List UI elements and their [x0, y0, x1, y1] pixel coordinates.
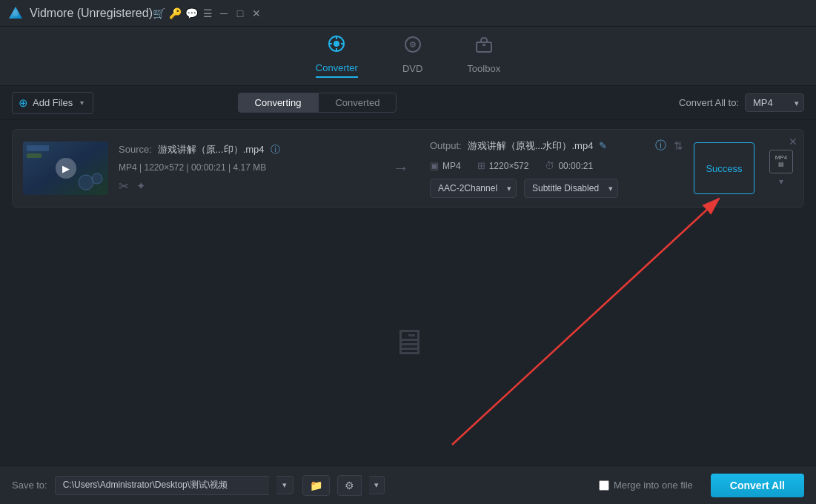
- empty-area: 🖥: [12, 208, 804, 461]
- file-meta: MP4 | 1220×572 | 00:00:21 | 4.17 MB: [119, 162, 372, 173]
- output-name: 游戏讲解（原视...水印）.mp4: [468, 139, 594, 153]
- converting-pill[interactable]: Converting: [238, 93, 319, 113]
- toolbar: ⊕ Add Files ▾ Converting Converted Conve…: [0, 86, 816, 120]
- svg-point-1: [13, 10, 19, 16]
- converter-icon: [327, 34, 346, 58]
- convert-all-to-label: Convert All to:: [679, 97, 739, 108]
- svg-point-17: [79, 175, 93, 190]
- video-thumbnail[interactable]: ▶: [23, 142, 108, 195]
- convert-all-to: Convert All to: MP4 MKV AVI MOV: [679, 93, 804, 112]
- file-info-top: Source: 游戏讲解（原...印）.mp4 ⓘ: [119, 143, 372, 156]
- clock-icon: ⏱: [545, 160, 554, 171]
- svg-point-10: [411, 44, 413, 45]
- format-dropdown-icon[interactable]: ▾: [779, 176, 783, 187]
- chat-icon[interactable]: 💬: [185, 7, 197, 19]
- format-meta: ▣ MP4: [430, 160, 461, 171]
- add-files-dropdown-icon: ▾: [80, 99, 84, 107]
- success-badge[interactable]: Success: [694, 142, 754, 194]
- merge-into-one: Merge into one file: [599, 480, 693, 491]
- app-logo: [7, 5, 24, 21]
- tab-converter-label: Converter: [316, 62, 358, 73]
- source-info-icon[interactable]: ⓘ: [271, 143, 280, 156]
- output-icons: ⓘ ⇅: [655, 139, 683, 153]
- output-label: Output:: [430, 140, 462, 151]
- key-icon[interactable]: 🔑: [169, 7, 181, 19]
- save-path-input[interactable]: [55, 476, 270, 495]
- info-circle-icon[interactable]: ⓘ: [655, 139, 666, 153]
- row-close-button[interactable]: ✕: [789, 136, 797, 147]
- open-folder-button[interactable]: 📁: [302, 475, 330, 496]
- tab-toolbox-label: Toolbox: [467, 63, 500, 74]
- output-section: Output: 游戏讲解（原视...水印）.mp4 ✎ ⓘ ⇅ ▣ MP4 ⊞ …: [430, 139, 683, 198]
- svg-point-18: [92, 173, 102, 184]
- svg-rect-11: [477, 42, 491, 52]
- settings-dropdown-button[interactable]: ▾: [369, 476, 385, 494]
- resolution-meta: ⊞ 1220×572: [477, 160, 529, 171]
- convert-format-select[interactable]: MP4 MKV AVI MOV: [745, 93, 804, 112]
- file-row: ▶ Source: 游戏讲解（原...印）.mp4 ⓘ MP4 | 1220×5…: [12, 129, 804, 208]
- maximize-button[interactable]: □: [234, 7, 246, 19]
- format-select-wrapper: MP4 MKV AVI MOV: [745, 93, 804, 112]
- tab-dvd-label: DVD: [402, 63, 422, 74]
- tab-pills: Converting Converted: [238, 93, 397, 113]
- nav-bar: Converter DVD Toolbox: [0, 27, 816, 86]
- title-bar: Vidmore (Unregistered) 🛒 🔑 💬 ☰ ─ □ ✕: [0, 0, 816, 27]
- source-name: 游戏讲解（原...印）.mp4: [158, 143, 265, 156]
- output-controls: AAC-2Channel AAC-Stereo Subtitle Disable…: [430, 179, 683, 198]
- effects-icon[interactable]: ✦: [136, 179, 146, 193]
- plus-icon: ⊕: [19, 96, 28, 110]
- audio-channel-wrapper: AAC-2Channel AAC-Stereo: [430, 179, 517, 198]
- output-format: MP4: [442, 161, 461, 171]
- merge-checkbox[interactable]: [599, 480, 609, 491]
- merge-label: Merge into one file: [614, 480, 693, 491]
- empty-monitor-icon: 🖥: [391, 322, 426, 362]
- output-top: Output: 游戏讲解（原视...水印）.mp4 ✎ ⓘ ⇅: [430, 139, 683, 153]
- output-meta: ▣ MP4 ⊞ 1220×572 ⏱ 00:00:21: [430, 160, 683, 171]
- window-controls: 🛒 🔑 💬 ☰ ─ □ ✕: [153, 7, 262, 19]
- swap-icon[interactable]: ⇅: [674, 139, 683, 153]
- tab-toolbox[interactable]: Toolbox: [467, 35, 500, 77]
- output-resolution: 1220×572: [489, 161, 529, 171]
- svg-point-3: [334, 41, 339, 47]
- save-to-label: Save to:: [12, 480, 47, 491]
- tab-converter[interactable]: Converter: [316, 34, 358, 78]
- cart-icon[interactable]: 🛒: [153, 7, 165, 19]
- close-button[interactable]: ✕: [251, 7, 262, 19]
- svg-rect-12: [482, 44, 485, 46]
- toolbox-icon: [474, 35, 494, 59]
- format-badge[interactable]: MP4▤: [769, 150, 793, 173]
- svg-rect-16: [27, 153, 42, 158]
- add-files-button[interactable]: ⊕ Add Files ▾: [12, 92, 93, 114]
- file-actions: ✂ ✦: [119, 179, 372, 194]
- edit-icon[interactable]: ✎: [599, 140, 607, 151]
- minimize-button[interactable]: ─: [218, 7, 230, 19]
- bottom-bar: Save to: ▾ 📁 ⚙ ▾ Merge into one file Con…: [0, 465, 816, 504]
- subtitle-select[interactable]: Subtitle Disabled Subtitle Enabled: [524, 179, 618, 198]
- output-duration: 00:00:21: [558, 161, 593, 171]
- subtitle-wrapper: Subtitle Disabled Subtitle Enabled: [524, 179, 618, 198]
- resolution-icon: ⊞: [477, 160, 485, 171]
- path-dropdown-button[interactable]: ▾: [276, 476, 293, 494]
- tab-dvd[interactable]: DVD: [402, 35, 422, 77]
- clip-icon[interactable]: ✂: [119, 179, 129, 194]
- menu-icon[interactable]: ☰: [202, 7, 213, 19]
- play-button[interactable]: ▶: [56, 158, 76, 179]
- format-badge-area: MP4▤ ▾: [769, 150, 793, 187]
- svg-rect-15: [27, 145, 49, 151]
- convert-arrow: →: [382, 159, 419, 178]
- add-files-label: Add Files: [33, 97, 73, 108]
- duration-meta: ⏱ 00:00:21: [545, 160, 593, 171]
- converted-pill[interactable]: Converted: [318, 93, 397, 113]
- dvd-icon: [403, 35, 422, 59]
- convert-all-button[interactable]: Convert All: [711, 474, 804, 497]
- file-info: Source: 游戏讲解（原...印）.mp4 ⓘ MP4 | 1220×572…: [119, 143, 372, 194]
- app-title: Vidmore (Unregistered): [30, 7, 153, 20]
- format-icon: ▣: [430, 160, 439, 171]
- audio-channel-select[interactable]: AAC-2Channel AAC-Stereo: [430, 179, 517, 198]
- content-area: ▶ Source: 游戏讲解（原...印）.mp4 ⓘ MP4 | 1220×5…: [0, 120, 816, 465]
- source-label: Source:: [119, 144, 152, 155]
- settings-button[interactable]: ⚙: [337, 475, 362, 496]
